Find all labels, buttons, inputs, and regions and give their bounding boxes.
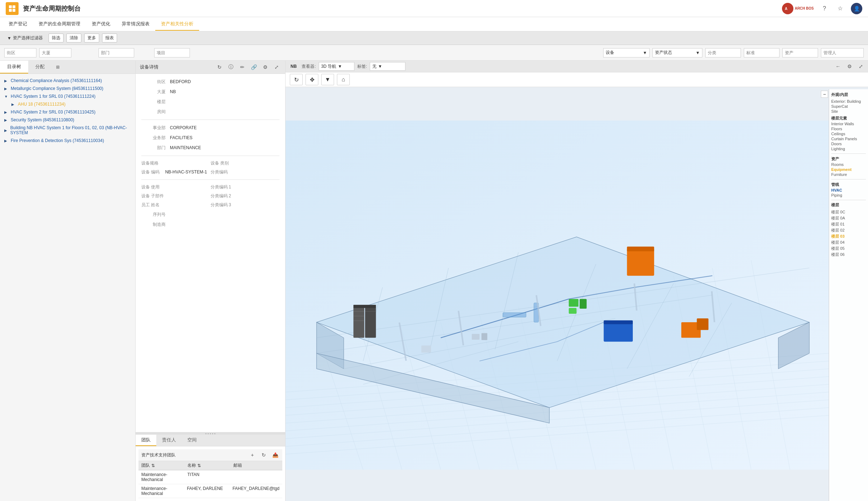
export-team-button[interactable]: 📤 — [271, 451, 279, 459]
tab-register[interactable]: 资产登记 — [3, 18, 33, 31]
floor-0a[interactable]: 楼层 0A — [831, 215, 866, 221]
legend-item-rooms[interactable]: Rooms — [831, 162, 866, 167]
department-input[interactable] — [99, 48, 134, 57]
tab-team[interactable]: 团队 — [136, 435, 156, 446]
tab-correlation[interactable]: 资产相关性分析 — [155, 18, 199, 31]
fields-row: 设备 ▼ 资产状态 ▼ — [0, 45, 868, 61]
legend-item-doors[interactable]: Doors — [831, 141, 866, 146]
floor-06[interactable]: 楼层 06 — [831, 252, 866, 258]
tab-owner[interactable]: 责任人 — [156, 435, 182, 446]
asset-status-select[interactable]: 资产状态 ▼ — [652, 48, 702, 57]
app-logo — [6, 2, 19, 15]
equip-use-label: 设备 使用 — [141, 184, 164, 189]
favorites-button[interactable]: ☆ — [835, 4, 845, 14]
clear-button[interactable]: 清除 — [66, 34, 81, 42]
chevron-down-icon: ▼ — [643, 50, 647, 55]
manager-input[interactable] — [821, 48, 864, 57]
dept-value: MAINTENANCE — [170, 145, 279, 150]
legend-item-hvac[interactable]: HVAC — [831, 188, 866, 193]
col-email: 邮箱 — [233, 462, 279, 469]
legend-item-equipment[interactable]: Equipment — [831, 167, 866, 172]
legend-item-floors[interactable]: Floors — [831, 126, 866, 131]
legend-item-piping[interactable]: Piping — [831, 193, 866, 198]
table-row-2[interactable]: Maintenance-Mechanical FAHEY, DARLENE FA… — [138, 484, 282, 498]
district-input[interactable] — [4, 48, 36, 57]
tree-item-3-1[interactable]: ▶ AHU 18 (745361111234) — [1, 100, 134, 108]
more-button[interactable]: 更多 — [84, 34, 99, 42]
staff-codes-row: 员工 姓名 分类编码 3 — [136, 201, 285, 209]
floor-05[interactable]: 楼层 05 — [831, 246, 866, 252]
home-button[interactable]: ⌂ — [337, 74, 350, 85]
user-avatar[interactable]: 👤 — [851, 3, 862, 14]
rotate-button[interactable]: ↻ — [290, 74, 303, 85]
email-cell-1 — [233, 472, 279, 482]
refresh-icon[interactable]: ↻ — [215, 63, 224, 71]
viewer-label-select[interactable]: 无 ▼ — [370, 62, 405, 71]
asset-select-filter-button[interactable]: ▼ 资产选择过滤器 — [4, 34, 46, 42]
legend-item-ceilings[interactable]: Ceilings — [831, 131, 866, 136]
tree-item-2[interactable]: ▶ Metallurgic Compliance System (8453611… — [1, 85, 134, 92]
dept-label: 部门 — [141, 145, 170, 151]
panel-tab-icon[interactable]: ⊞ — [52, 61, 64, 74]
tab-space[interactable]: 空间 — [182, 435, 202, 446]
link-icon[interactable]: 🔗 — [249, 63, 258, 71]
viewer-back-button[interactable]: ← — [834, 62, 842, 71]
viewer-settings-button[interactable]: ⚙ — [845, 62, 854, 71]
filter-button[interactable]: 筛选 — [49, 34, 64, 42]
building-input[interactable] — [39, 48, 71, 57]
chevron-down-icon: ▼ — [338, 64, 342, 69]
divider-2 — [141, 156, 279, 156]
tree-item-6[interactable]: ▶ Building NB HVAC System 1 for Floors 0… — [1, 124, 134, 137]
tree-item-1[interactable]: ▶ Chemical Compliance Analysis (74536111… — [1, 77, 134, 85]
tab-lifecycle[interactable]: 资产的生命周期管理 — [33, 18, 86, 31]
viewer-mode-select[interactable]: 3D 导航 ▼ — [319, 62, 354, 71]
help-button[interactable]: ? — [819, 4, 829, 14]
zoom-button[interactable]: ▼ — [321, 74, 334, 85]
sort-icon[interactable]: ⇅ — [151, 463, 155, 468]
asset-input[interactable] — [782, 48, 818, 57]
tab-optimize[interactable]: 资产优化 — [86, 18, 116, 31]
legend-item-lighting[interactable]: Lighting — [831, 146, 866, 151]
tab-distribute[interactable]: 分配 — [28, 61, 52, 74]
legend-item-curtain-panels[interactable]: Curtain Panels — [831, 136, 866, 141]
floor-01[interactable]: 楼层 01 — [831, 221, 866, 227]
avatar-icon: 👤 — [854, 6, 860, 11]
legend-item-exterior[interactable]: Exterior: Building — [831, 99, 866, 104]
tree-item-4[interactable]: ▶ HVAC System 2 for SRL 03 (745361110425… — [1, 108, 134, 116]
legend-item-interior-walls[interactable]: Interior Walls — [831, 121, 866, 126]
tree-item-label: Security System (845361110800) — [11, 117, 74, 122]
refresh-team-button[interactable]: ↻ — [259, 451, 268, 459]
tree-item-3[interactable]: ▼ HVAC System 1 for SRL 03 (745361111224… — [1, 92, 134, 100]
team-label: 资产技术支持团队 — [141, 452, 245, 458]
viewer-expand-button[interactable]: ⤢ — [857, 62, 865, 71]
sort-icon[interactable]: ⇅ — [197, 463, 201, 468]
standard-input[interactable] — [744, 48, 779, 57]
legend-item-site[interactable]: Site — [831, 109, 866, 114]
edit-icon[interactable]: ✏ — [238, 63, 247, 71]
floor-0c[interactable]: 楼层 0C — [831, 209, 866, 215]
settings-icon[interactable]: ⚙ — [261, 63, 269, 71]
floor-03[interactable]: 楼层 03 — [831, 233, 866, 239]
report-button[interactable]: 报表 — [102, 34, 117, 42]
project-input[interactable] — [154, 48, 190, 57]
table-row-1[interactable]: Maintenance-Mechanical TITAN — [138, 470, 282, 484]
pan-button[interactable]: ✥ — [306, 74, 318, 85]
logo-icon — [8, 4, 16, 13]
legend-item-supercat[interactable]: SuperCat — [831, 104, 866, 109]
viewer-label: 查看器: — [302, 64, 316, 70]
arrow-icon: ▶ — [4, 128, 8, 132]
classification-input[interactable] — [705, 48, 741, 57]
info-icon[interactable]: ⓘ — [227, 63, 235, 71]
legend-collapse-button[interactable]: − — [821, 91, 828, 98]
add-team-button[interactable]: + — [248, 451, 257, 459]
tree-item-5[interactable]: ▶ Security System (845361110800) — [1, 116, 134, 124]
tab-exception[interactable]: 异常情况报表 — [116, 18, 155, 31]
building-3d-view[interactable] — [286, 89, 829, 501]
legend-item-furniture[interactable]: Furniture — [831, 172, 866, 177]
equipment-select[interactable]: 设备 ▼ — [603, 48, 650, 57]
tree-item-7[interactable]: ▶ Fire Prevention & Detection Sys (74536… — [1, 137, 134, 145]
tab-tree[interactable]: 目录树 — [0, 61, 28, 74]
floor-04[interactable]: 楼层 04 — [831, 239, 866, 246]
expand-icon[interactable]: ⤢ — [272, 63, 281, 71]
floor-02[interactable]: 楼层 02 — [831, 227, 866, 233]
